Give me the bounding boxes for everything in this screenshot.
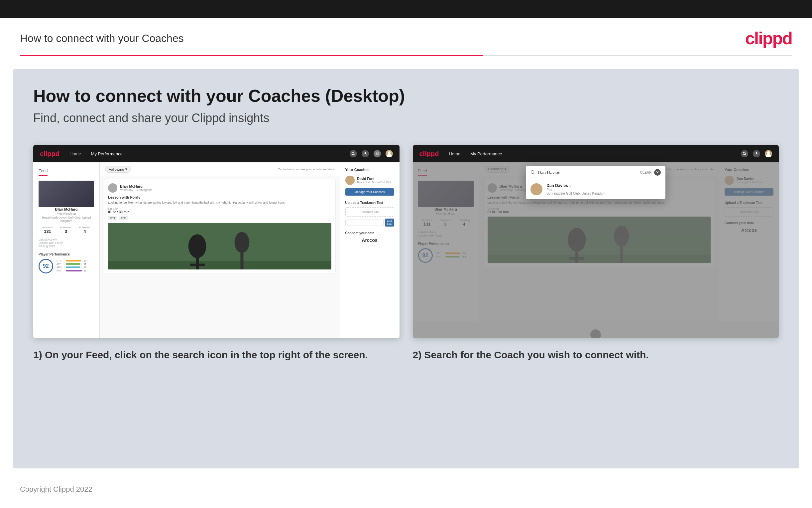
post-coach-name: Blair McHarg <box>120 184 152 188</box>
stat-following: Following 4 <box>79 226 90 234</box>
track-app <box>66 263 83 265</box>
profile-bg <box>39 181 94 207</box>
stat-followers: Followers 3 <box>60 226 71 234</box>
svg-line-13 <box>745 154 746 155</box>
latest-activity-lesson: Lesson with Fordy <box>39 241 94 245</box>
post-avatar <box>108 183 117 193</box>
duration-label: Duration <box>108 207 331 210</box>
screenshot-col-1: clippd Home My Performance <box>33 145 399 365</box>
svg-rect-6 <box>108 261 331 269</box>
svg-point-3 <box>377 153 378 154</box>
app-nav-icons <box>350 150 393 157</box>
following-label: Following <box>109 167 124 171</box>
upload-title: Upload a Trackman Test <box>345 201 394 205</box>
post-coach-sub: Yesterday · Sunningdale <box>120 188 152 192</box>
svg-point-15 <box>767 152 770 154</box>
svg-point-0 <box>352 153 354 155</box>
caption-2-text: Search for the Coach you wish to connect… <box>424 349 649 360</box>
post-user-info: Blair McHarg Yesterday · Sunningdale <box>120 184 152 192</box>
page-title: How to connect with your Coaches <box>20 32 184 45</box>
header: How to connect with your Coaches clippd <box>0 18 812 55</box>
fill-putt <box>66 270 82 271</box>
app-nav-icons-2 <box>741 150 772 157</box>
clippd-logo: clippd <box>745 28 792 48</box>
following-button[interactable]: Following ▾ <box>105 166 131 173</box>
feed-tab[interactable]: Feed <box>39 169 48 176</box>
track-putt <box>66 270 83 271</box>
perf-bar-app: APP 85 <box>56 263 86 265</box>
main-subtitle: Find, connect and share your Clippd insi… <box>33 111 779 125</box>
settings-icon-nav[interactable] <box>374 150 381 157</box>
profile-handicap: Plus Handicap <box>39 212 94 215</box>
val-ott: 90 <box>84 259 86 262</box>
tag-ott: OTT <box>108 216 117 220</box>
svg-line-24 <box>534 173 535 175</box>
caption-2-content: 2) Search for the Coach you wish to conn… <box>413 348 779 362</box>
control-link[interactable]: Control who can see your activity and da… <box>278 168 334 171</box>
app-nav-performance-2[interactable]: My Performance <box>470 152 502 156</box>
search-input[interactable]: Dan Davies <box>538 170 637 175</box>
connect-title: Connect your data <box>345 231 394 235</box>
screenshot-col-2: clippd Home My Performance <box>413 145 779 365</box>
footer-copyright: Copyright Clippd 2022 <box>20 485 92 493</box>
label-ott: OTT <box>56 259 64 262</box>
svg-point-4 <box>388 152 390 154</box>
trackman-link-placeholder[interactable]: Trackman Link <box>345 207 394 217</box>
user-icon-nav-2[interactable] <box>753 150 760 157</box>
caption-1-num-text: 1) <box>33 349 42 360</box>
following-bar: Following ▾ Control who can see your act… <box>100 162 340 176</box>
result-role: Pro <box>546 188 605 192</box>
app-nav-home[interactable]: Home <box>69 152 81 156</box>
stat-label-followers: Followers <box>60 226 71 229</box>
latest-activity-date: 03 Aug 2022 <box>39 245 94 248</box>
app-nav-performance[interactable]: My Performance <box>91 152 123 156</box>
result-name: Dan Davies <box>546 183 568 188</box>
app-nav-logo-2: clippd <box>420 150 439 158</box>
search-result[interactable]: Dan Davies ✓ Pro Sunningdale Golf Club, … <box>526 179 665 199</box>
user-icon-nav[interactable] <box>362 150 369 157</box>
stats-row: Activities 131 Followers 3 Following 4 <box>39 226 94 234</box>
latest-activity-title: Latest Activity <box>39 238 94 241</box>
verified-icon: ✓ <box>569 184 572 188</box>
trackman-input[interactable] <box>345 220 384 226</box>
svg-line-1 <box>354 154 355 155</box>
screenshots-row: clippd Home My Performance <box>33 145 779 365</box>
search-box[interactable]: Dan Davies CLEAR ✕ Dan Davies ✓ <box>526 166 665 199</box>
tag-app: APP <box>118 216 128 220</box>
avatar-nav[interactable] <box>386 150 393 157</box>
post-tags: OTT APP <box>108 216 331 220</box>
post-header: Blair McHarg Yesterday · Sunningdale <box>108 183 331 193</box>
caption-1-text: On your Feed, click on the search icon i… <box>45 349 368 360</box>
left-panel-1: Feed Blair McHarg Plus Handicap Royal No… <box>33 162 100 338</box>
fill-arg <box>66 266 80 268</box>
app-body-2-wrapper: Feed Blair McHarg Plus Handicap <box>413 162 779 338</box>
avatar-nav-2[interactable] <box>765 150 772 157</box>
post-image <box>108 223 331 269</box>
app-nav-home-2[interactable]: Home <box>449 152 460 156</box>
result-info: Dan Davies ✓ Pro Sunningdale Golf Club, … <box>546 183 605 195</box>
label-putt: PUTT <box>56 269 64 272</box>
connect-section: Connect your data Arccos <box>345 231 394 243</box>
stat-val-activities: 131 <box>42 229 53 234</box>
search-clear-button[interactable]: CLEAR <box>640 171 652 174</box>
perf-bar-ott: OTT 90 <box>56 259 86 262</box>
following-chevron-icon: ▾ <box>125 167 127 171</box>
duration-value: 01 hr : 30 min <box>108 210 331 214</box>
search-icon-nav[interactable] <box>350 150 357 157</box>
post-title: Lesson with Fordy <box>108 195 331 199</box>
top-bar <box>0 0 812 18</box>
main-content: How to connect with your Coaches (Deskto… <box>13 69 799 468</box>
add-link-button[interactable]: Add Link <box>385 219 394 226</box>
manage-coaches-button[interactable]: Manage Your Coaches <box>345 188 394 196</box>
svg-point-10 <box>235 232 250 253</box>
app-nav-2: clippd Home My Performance <box>413 145 779 162</box>
val-app: 85 <box>84 263 86 265</box>
right-panel-1: Your Coaches David Ford Royal North Devo… <box>340 162 399 338</box>
stat-label-activities: Activities <box>42 226 53 229</box>
app-nav-logo-1: clippd <box>40 150 59 158</box>
svg-point-23 <box>531 171 534 174</box>
search-icon-nav-2[interactable] <box>741 150 748 157</box>
coach-name-david: David Ford <box>357 177 391 181</box>
search-close-button[interactable]: ✕ <box>654 169 661 176</box>
coach-avatar-david <box>345 176 355 185</box>
